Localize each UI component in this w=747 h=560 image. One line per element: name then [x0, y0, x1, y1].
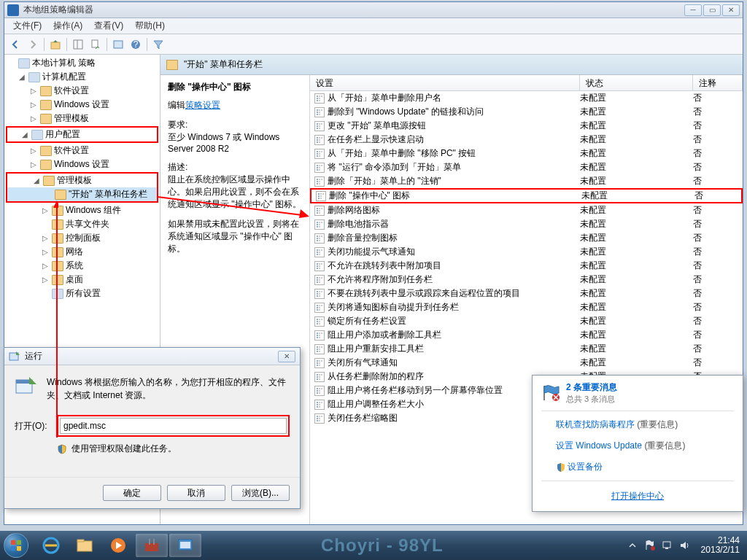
svg-point-25 [651, 546, 655, 551]
svg-rect-20 [145, 543, 158, 551]
tree-item[interactable]: ▷Windows 设置 [4, 98, 160, 112]
svg-rect-1 [74, 40, 82, 49]
tree-item[interactable]: 共享文件夹 [4, 217, 160, 231]
tray-network-icon[interactable] [662, 540, 673, 551]
watermark: Choyri - 98YL [321, 535, 444, 556]
menu-action[interactable]: 操作(A) [47, 18, 88, 34]
ac-open-link[interactable]: 打开操作中心 [611, 491, 664, 501]
tree-item[interactable]: ▷软件设置 [4, 144, 160, 158]
up-button[interactable] [47, 36, 63, 52]
list-row[interactable]: 删除「开始」菜单上的 "注销"未配置否 [310, 174, 743, 188]
tree-root[interactable]: 本地计算机 策略 [4, 56, 160, 70]
ac-total: 总共 3 条消息 [566, 394, 617, 405]
run-close-button[interactable]: ✕ [278, 351, 295, 362]
list-row[interactable]: 阻止用户添加或者删除工具栏未配置否 [310, 328, 743, 342]
clock[interactable]: 21:44 2013/2/11 [697, 536, 744, 555]
list-row[interactable]: 关闭功能提示气球通知未配置否 [310, 245, 743, 259]
run-big-icon [15, 376, 38, 399]
tree-item[interactable]: ▷系统 [4, 259, 160, 273]
svg-text:?: ? [133, 39, 139, 50]
taskbar-explorer-icon[interactable] [69, 534, 101, 557]
tree-admin-templates[interactable]: ◢管理模板 [7, 174, 157, 187]
col-status[interactable]: 状态 [580, 75, 693, 90]
ac-windows-update-link[interactable]: 设置 Windows Update (重要信息) [541, 435, 734, 456]
run-input[interactable] [60, 418, 287, 434]
run-shield-text: 使用管理权限创建此任务。 [71, 443, 177, 455]
tray-volume-icon[interactable] [679, 540, 691, 551]
window-title: 本地组策略编辑器 [23, 4, 684, 16]
forward-button[interactable] [25, 36, 41, 52]
ac-backup-link[interactable]: 设置备份 [541, 456, 734, 478]
list-row[interactable]: 删除音量控制图标未配置否 [310, 231, 743, 245]
tray-up-icon[interactable] [627, 540, 638, 551]
svg-rect-22 [153, 539, 155, 545]
list-row[interactable]: 在任务栏上显示快速启动未配置否 [310, 133, 743, 147]
show-hide-button[interactable] [70, 36, 86, 52]
run-icon [9, 351, 20, 362]
tree-item[interactable]: ▷控制面板 [4, 231, 160, 245]
close-button[interactable]: ✕ [722, 4, 740, 16]
titlebar: 本地组策略编辑器 ─ ▭ ✕ [4, 2, 743, 18]
export-button[interactable] [88, 36, 104, 52]
back-button[interactable] [7, 36, 23, 52]
list-row[interactable]: 关闭将通知图标自动提升到任务栏未配置否 [310, 300, 743, 314]
menu-view[interactable]: 查看(V) [88, 18, 129, 34]
svg-rect-24 [180, 542, 190, 548]
tree-item[interactable]: ▷管理模板 [4, 112, 160, 125]
tray-flag-icon[interactable] [644, 540, 656, 551]
ac-count: 2 条重要消息 [566, 381, 617, 394]
run-title: 运行 [25, 350, 42, 362]
maximize-button[interactable]: ▭ [703, 4, 721, 16]
taskbar-gpedit-icon[interactable] [169, 534, 201, 557]
run-cancel-button[interactable]: 取消 [167, 485, 225, 501]
tree-item[interactable]: ▷Windows 组件 [4, 203, 160, 217]
tree-item[interactable]: ▷Windows 设置 [4, 158, 160, 171]
list-row[interactable]: 锁定所有任务栏设置未配置否 [310, 314, 743, 328]
tree-item[interactable]: ▷软件设置 [4, 84, 160, 98]
svg-rect-16 [77, 541, 92, 551]
list-row[interactable]: 将 "运行" 命令添加到「开始」菜单未配置否 [310, 160, 743, 174]
system-tray: 21:44 2013/2/11 [627, 536, 747, 555]
filter-button[interactable] [150, 36, 166, 52]
tree-computer-config[interactable]: ◢计算机配置 [4, 70, 160, 84]
app-icon [7, 4, 19, 16]
list-row[interactable]: 阻止用户重新安排工具栏未配置否 [310, 342, 743, 356]
menu-file[interactable]: 文件(F) [7, 18, 47, 34]
content-header: "开始" 菜单和任务栏 [160, 55, 743, 75]
help-button[interactable]: ? [128, 36, 144, 52]
minimize-button[interactable]: ─ [684, 4, 702, 16]
start-button[interactable] [0, 531, 32, 560]
list-row[interactable]: 不要在跳转列表中显示或跟踪来自远程位置的项目未配置否 [310, 287, 743, 300]
list-row[interactable]: 删除到 "Windows Update" 的链接和访问未配置否 [310, 105, 743, 119]
taskbar-app-icon[interactable] [136, 534, 168, 557]
tree-item[interactable]: ▷网络 [4, 245, 160, 259]
tree-item[interactable]: ▷桌面 [4, 273, 160, 287]
run-browse-button[interactable]: 浏览(B)... [231, 485, 290, 501]
taskbar-wmp-icon[interactable] [102, 534, 134, 557]
ac-antivirus-link[interactable]: 联机查找防病毒程序 (重要信息) [541, 414, 734, 435]
list-row[interactable]: 删除 "操作中心" 图标未配置否 [310, 188, 743, 203]
list-row[interactable]: 从「开始」菜单中删除 "移除 PC" 按钮未配置否 [310, 147, 743, 160]
edit-policy-link[interactable]: 策略设置 [185, 100, 220, 110]
col-comment[interactable]: 注释 [693, 75, 743, 90]
list-row[interactable]: 关闭所有气球通知未配置否 [310, 356, 743, 370]
menu-help[interactable]: 帮助(H) [129, 18, 171, 34]
svg-rect-27 [665, 548, 668, 549]
list-row[interactable]: 删除电池指示器未配置否 [310, 217, 743, 231]
list-row[interactable]: 不允许在跳转列表中附加项目未配置否 [310, 259, 743, 273]
list-row[interactable]: 更改 "开始" 菜单电源按钮未配置否 [310, 119, 743, 133]
list-row[interactable]: 从「开始」菜单中删除用户名未配置否 [310, 91, 743, 105]
tree-start-taskbar[interactable]: "开始" 菜单和任务栏 [7, 187, 157, 201]
run-desc-text: Windows 将根据您所输入的名称，为您打开相应的程序、文件夹、文档或 Int… [47, 376, 290, 402]
tree-user-config[interactable]: ◢用户配置 [7, 128, 157, 141]
properties-button[interactable] [110, 36, 126, 52]
run-ok-button[interactable]: 确定 [103, 485, 161, 501]
svg-rect-21 [149, 539, 150, 545]
toolbar: ? [4, 34, 743, 55]
list-row[interactable]: 不允许将程序附加到任务栏未配置否 [310, 273, 743, 287]
tree-item[interactable]: 所有设置 [4, 287, 160, 300]
taskbar-ie-icon[interactable] [35, 534, 67, 557]
run-dialog: 运行 ✕ Windows 将根据您所输入的名称，为您打开相应的程序、文件夹、文档… [4, 347, 301, 509]
list-row[interactable]: 删除网络图标未配置否 [310, 203, 743, 217]
col-setting[interactable]: 设置 [310, 75, 580, 90]
